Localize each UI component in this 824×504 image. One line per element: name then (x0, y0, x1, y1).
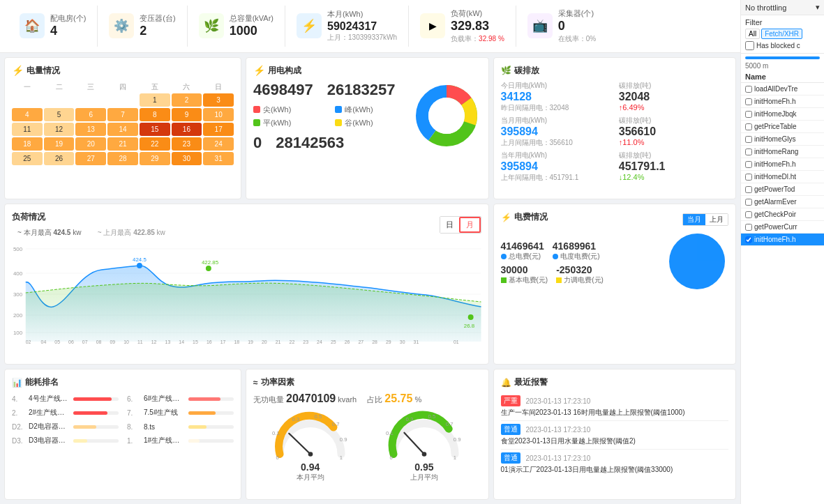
network-item-checkbox[interactable] (745, 123, 752, 130)
pf-title: ≈ 功率因素 (253, 376, 481, 388)
cal-cell[interactable]: 14 (107, 123, 138, 136)
svg-text:400: 400 (13, 270, 23, 277)
carbon-label-6: 碳排放(吨) (619, 151, 728, 160)
cal-cell[interactable]: 6 (75, 108, 106, 121)
cal-cell[interactable]: 13 (75, 123, 106, 136)
cal-cell[interactable]: 4 (12, 108, 43, 121)
fee-legend-basic (501, 277, 507, 283)
network-item[interactable]: initHomeRang (741, 146, 824, 158)
alarm-icon: 🔔 (501, 378, 511, 388)
cal-cell[interactable]: 9 (172, 108, 202, 121)
network-item-checkbox[interactable] (745, 111, 752, 118)
svg-text:0: 0 (276, 455, 278, 459)
cal-cell[interactable]: 1 (140, 93, 170, 107)
network-item[interactable]: initHomeJbqk (741, 108, 824, 121)
cal-cell (12, 167, 43, 172)
throttle-text: No throttling (745, 3, 786, 12)
cal-cell[interactable]: 28 (107, 152, 138, 165)
svg-text:08: 08 (96, 339, 102, 344)
has-blocked-checkbox[interactable] (745, 41, 754, 50)
network-item-checkbox[interactable] (745, 236, 752, 243)
network-item-checkbox[interactable] (745, 174, 752, 181)
network-item[interactable]: initHomeFh.h (741, 96, 824, 108)
cal-cell[interactable]: 18 (12, 137, 43, 151)
network-item-checkbox[interactable] (745, 161, 752, 168)
devtools-filter: Filter All Fetch/XHR Has blocked c (741, 15, 824, 54)
network-item[interactable]: initHomeDl.ht (741, 171, 824, 183)
network-item[interactable]: getAlarmEver (741, 196, 824, 208)
svg-text:26.8: 26.8 (464, 323, 475, 329)
filter-btn-fetch[interactable]: Fetch/XHR (761, 29, 802, 39)
cal-cell[interactable]: 21 (107, 137, 138, 151)
cal-cell[interactable]: 17 (203, 123, 234, 136)
network-item-checkbox[interactable] (745, 186, 752, 193)
network-item[interactable]: getCheckPoir (741, 208, 824, 221)
gauge1: 0 1 0.1 0.3 0.5 0.7 0.9 0.94 本月平均 (272, 411, 349, 482)
network-item[interactable]: getPowerTod (741, 183, 824, 196)
load-btn-day[interactable]: 日 (440, 217, 459, 233)
network-item[interactable]: initHomeFh.h (741, 158, 824, 171)
network-item-checkbox[interactable] (745, 86, 752, 93)
cal-cell[interactable]: 7 (107, 108, 138, 121)
cal-cell[interactable]: 15 (140, 123, 170, 136)
cal-cell[interactable]: 25 (12, 152, 43, 165)
load-day-btn-group[interactable]: 日 月 (440, 216, 481, 234)
panel-calendar: ⚡ 电量情况 一二三四五六日 1234567891011121314151617… (4, 57, 241, 200)
carbon-change-6: ↓12.4% (619, 173, 728, 181)
cal-cell[interactable]: 27 (75, 152, 106, 165)
svg-text:11: 11 (137, 339, 143, 344)
cal-cell[interactable]: 30 (172, 152, 202, 165)
cal-cell[interactable]: 29 (140, 152, 170, 165)
energy-icon: 📊 (12, 378, 22, 388)
cal-cell[interactable]: 5 (44, 108, 75, 121)
cal-cell[interactable]: 26 (44, 152, 75, 165)
cal-cell[interactable]: 11 (12, 123, 43, 136)
svg-text:07: 07 (82, 339, 88, 344)
network-item[interactable]: getPriceTable (741, 121, 824, 133)
svg-text:29: 29 (386, 339, 391, 344)
cal-cell[interactable]: 10 (203, 108, 234, 121)
cal-cell (44, 93, 75, 107)
network-item-checkbox[interactable] (745, 211, 752, 218)
energy-item: D3. D3电容器间隔 (12, 434, 119, 447)
network-item-checkbox[interactable] (745, 98, 752, 105)
network-item[interactable]: initHomeGlys (741, 133, 824, 146)
svg-text:1: 1 (454, 455, 456, 459)
alarm-time: 2023-01-13 17:23:10 (526, 426, 591, 434)
filter-btn-all[interactable]: All (745, 29, 760, 39)
stat-value-4: 329.83 (451, 19, 504, 34)
network-list[interactable]: loadAllDevTre initHomeFh.h initHomeJbqk … (741, 83, 824, 504)
network-item[interactable]: loadAllDevTre (741, 83, 824, 96)
network-item[interactable]: initHomeFh.h (741, 234, 824, 246)
cal-cell[interactable]: 20 (75, 137, 106, 151)
power-num3: 0 (253, 134, 262, 152)
network-item-checkbox[interactable] (745, 199, 752, 206)
network-item-checkbox[interactable] (745, 136, 752, 143)
fee-btn-group[interactable]: 当月 上月 (682, 213, 728, 226)
fee-btn-last[interactable]: 上月 (705, 214, 728, 225)
network-item-checkbox[interactable] (745, 224, 752, 231)
cal-cell[interactable]: 24 (203, 137, 234, 151)
network-item[interactable]: getPowerCurr (741, 221, 824, 234)
cal-cell[interactable]: 22 (140, 137, 170, 151)
devtools-throttle: No throttling ▾ (741, 0, 824, 15)
cal-cell[interactable]: 31 (203, 152, 234, 165)
cal-cell[interactable]: 2 (172, 93, 202, 107)
cal-cell[interactable]: 8 (140, 108, 170, 121)
cal-cell[interactable]: 23 (172, 137, 202, 151)
cal-cell[interactable]: 12 (44, 123, 75, 136)
stat-title-2: 总容量(kVAr) (230, 13, 274, 24)
svg-text:200: 200 (13, 312, 23, 319)
alarm-desc: 食堂2023-01-13日用水量越上限报警(阈值2) (501, 436, 729, 446)
cal-cell[interactable]: 19 (44, 137, 75, 151)
stat-value-2: 1000 (230, 24, 274, 39)
fee-btn-month[interactable]: 当月 (683, 214, 705, 225)
network-item-checkbox[interactable] (745, 148, 752, 155)
legend-ping: 平(kWh) (253, 118, 324, 128)
chevron-down-icon[interactable]: ▾ (816, 3, 820, 12)
cal-cell[interactable]: 3 (203, 93, 234, 107)
load-btn-month[interactable]: 月 (459, 217, 481, 233)
cal-cell[interactable]: 16 (172, 123, 202, 136)
energy-bar (188, 425, 207, 429)
svg-text:0: 0 (389, 455, 392, 459)
